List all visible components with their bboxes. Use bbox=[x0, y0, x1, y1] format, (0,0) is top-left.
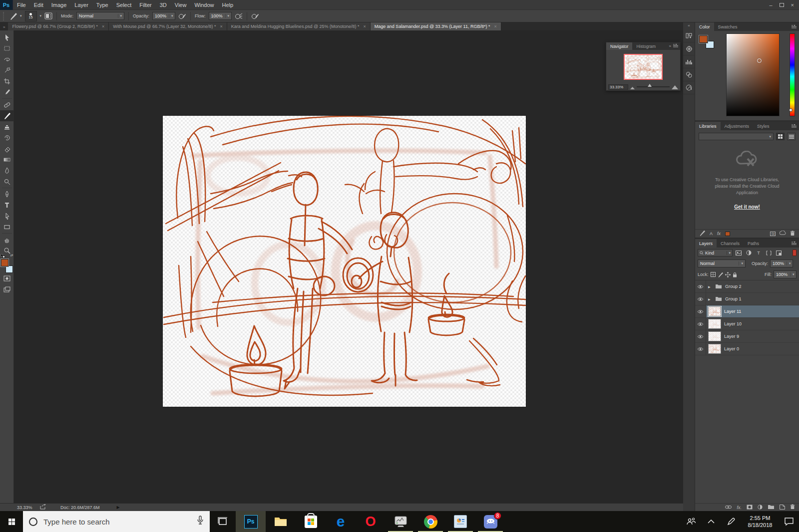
visibility-eye-icon[interactable] bbox=[695, 305, 706, 317]
lock-position-icon[interactable] bbox=[725, 272, 731, 277]
dodge-tool[interactable] bbox=[0, 176, 14, 187]
menu-layer[interactable]: Layer bbox=[70, 0, 92, 9]
tab-adjustments[interactable]: Adjustments bbox=[721, 122, 754, 130]
move-tool[interactable] bbox=[0, 32, 14, 43]
tab-color[interactable]: Color bbox=[695, 22, 714, 31]
filter-kind-select[interactable]: Kind ▾ bbox=[698, 249, 733, 257]
lock-transparency-icon[interactable] bbox=[711, 272, 716, 277]
lasso-tool[interactable] bbox=[0, 54, 14, 65]
crop-tool[interactable] bbox=[0, 76, 14, 87]
layer-row-layer0[interactable]: Layer 0 bbox=[695, 343, 799, 355]
close-icon[interactable]: × bbox=[364, 24, 366, 29]
taskbar-clock[interactable]: 2:55 PM 8/18/2018 bbox=[741, 515, 779, 529]
grid-view-button[interactable] bbox=[776, 133, 785, 140]
layer-row-layer11[interactable]: Layer 11 bbox=[695, 305, 799, 318]
hand-tool[interactable] bbox=[0, 234, 14, 245]
brush-panel-icon[interactable] bbox=[683, 42, 695, 55]
people-button[interactable] bbox=[681, 517, 701, 526]
add-character-style-icon[interactable]: A bbox=[710, 231, 713, 236]
panel-menu-icon[interactable] bbox=[792, 22, 799, 31]
menu-select[interactable]: Select bbox=[112, 0, 136, 9]
layer-name[interactable]: Layer 10 bbox=[724, 321, 742, 326]
tab-paths[interactable]: Paths bbox=[744, 239, 763, 248]
layer-filtering-toggle[interactable] bbox=[793, 250, 797, 256]
clone-source-panel-icon[interactable] bbox=[683, 68, 695, 81]
brush-presets-panel-icon[interactable] bbox=[683, 29, 695, 42]
pen-tool[interactable] bbox=[0, 189, 14, 200]
type-tool[interactable] bbox=[0, 200, 14, 211]
zoom-in-icon[interactable] bbox=[672, 82, 678, 91]
hue-slider-marker[interactable] bbox=[789, 108, 793, 112]
pressure-size-icon[interactable] bbox=[251, 12, 259, 20]
show-hidden-icons-button[interactable] bbox=[701, 520, 721, 524]
slider-thumb[interactable] bbox=[648, 84, 652, 87]
minimize-button[interactable]: – bbox=[769, 2, 772, 8]
trash-icon[interactable] bbox=[790, 231, 795, 237]
new-layer-icon[interactable] bbox=[780, 505, 785, 511]
toggle-brush-panel-icon[interactable] bbox=[44, 12, 52, 19]
path-selection-tool[interactable] bbox=[0, 211, 14, 222]
close-icon[interactable]: × bbox=[494, 24, 496, 29]
share-icon[interactable] bbox=[40, 504, 46, 511]
add-color-icon[interactable] bbox=[725, 232, 730, 236]
add-mask-icon[interactable] bbox=[747, 505, 753, 511]
lock-all-icon[interactable] bbox=[733, 272, 737, 277]
layer-row-group2[interactable]: ▶ Group 2 bbox=[695, 280, 799, 293]
smudge-tool[interactable] bbox=[0, 165, 14, 176]
visibility-eye-icon[interactable] bbox=[695, 280, 706, 292]
taskbar-discord[interactable]: 8 bbox=[475, 511, 505, 532]
tab-navigator[interactable]: Navigator bbox=[606, 42, 632, 50]
close-button[interactable]: × bbox=[791, 2, 794, 8]
filter-shape-layers-icon[interactable] bbox=[765, 249, 773, 257]
list-view-button[interactable] bbox=[787, 133, 796, 140]
lock-pixels-icon[interactable] bbox=[718, 272, 723, 277]
brush-size-picker[interactable]: 15 bbox=[25, 11, 37, 21]
visibility-eye-icon[interactable] bbox=[695, 343, 706, 355]
visibility-eye-icon[interactable] bbox=[695, 330, 706, 342]
document-canvas[interactable] bbox=[163, 116, 526, 407]
marquee-tool[interactable] bbox=[0, 43, 14, 54]
layer-row-layer9[interactable]: Layer 9 bbox=[695, 330, 799, 343]
zoom-out-icon[interactable] bbox=[630, 82, 635, 91]
swap-colors-icon[interactable]: ⇄ bbox=[10, 254, 13, 258]
tab-flowery[interactable]: Flowery.psd @ 66.7% (Group 2, RGB/8#) *× bbox=[8, 22, 109, 30]
tab-overflow-icon[interactable]: » bbox=[0, 25, 8, 30]
status-options-arrow-icon[interactable]: ▶ bbox=[117, 505, 120, 510]
taskbar-chart-app[interactable] bbox=[445, 511, 475, 532]
layer-row-group1[interactable]: ▶ Group 1 bbox=[695, 293, 799, 305]
history-brush-tool[interactable] bbox=[0, 132, 14, 143]
menu-window[interactable]: Window bbox=[190, 0, 218, 9]
taskbar-edge[interactable]: e bbox=[326, 511, 356, 532]
add-layer-style-icon[interactable]: fx bbox=[717, 231, 721, 236]
tab-with-mouse[interactable]: With Mouse.psd @ 66.7% (Layer 32, Monoto… bbox=[109, 22, 227, 30]
navigator-zoom-field[interactable]: 33.33% bbox=[608, 84, 628, 90]
disclosure-triangle-icon[interactable]: ▶ bbox=[708, 285, 712, 288]
tab-libraries[interactable]: Libraries bbox=[695, 122, 721, 130]
adjustment-layer-icon[interactable] bbox=[758, 505, 763, 511]
brush-tool-preset-icon[interactable] bbox=[9, 12, 17, 20]
taskbar-file-explorer[interactable] bbox=[266, 511, 296, 532]
menu-image[interactable]: Image bbox=[47, 0, 71, 9]
layer-thumbnail[interactable] bbox=[708, 344, 721, 354]
taskbar-store[interactable] bbox=[296, 511, 326, 532]
layer-name[interactable]: Group 2 bbox=[725, 284, 742, 289]
brush-tool[interactable] bbox=[0, 110, 14, 121]
layer-row-layer10[interactable]: Layer 10 bbox=[695, 318, 799, 330]
windows-ink-button[interactable] bbox=[721, 517, 741, 526]
taskbar-display-app[interactable] bbox=[386, 511, 415, 532]
blend-mode-select[interactable]: Normal ▾ bbox=[76, 12, 124, 20]
new-group-icon[interactable] bbox=[768, 504, 775, 511]
microphone-icon[interactable] bbox=[197, 516, 204, 528]
background-color-swatch[interactable] bbox=[5, 266, 13, 273]
panel-menu-icon[interactable] bbox=[792, 239, 799, 248]
delete-layer-icon[interactable] bbox=[790, 504, 795, 511]
doc-size-readout[interactable]: Doc: 20.6M/287.6M bbox=[60, 505, 100, 510]
tab-mage-salamander[interactable]: Mage and Salamander.psd @ 33.3% (Layer 1… bbox=[371, 22, 501, 30]
layer-name[interactable]: Layer 0 bbox=[724, 346, 739, 351]
layer-blend-mode-select[interactable]: Normal ▾ bbox=[698, 260, 746, 267]
tab-histogram[interactable]: Histogram bbox=[632, 42, 660, 50]
clone-stamp-tool[interactable] bbox=[0, 121, 14, 132]
add-graphic-icon[interactable] bbox=[699, 230, 705, 237]
canvas-area[interactable]: Navigator Histogram » 33.33% bbox=[14, 30, 683, 503]
eraser-tool[interactable] bbox=[0, 143, 14, 154]
